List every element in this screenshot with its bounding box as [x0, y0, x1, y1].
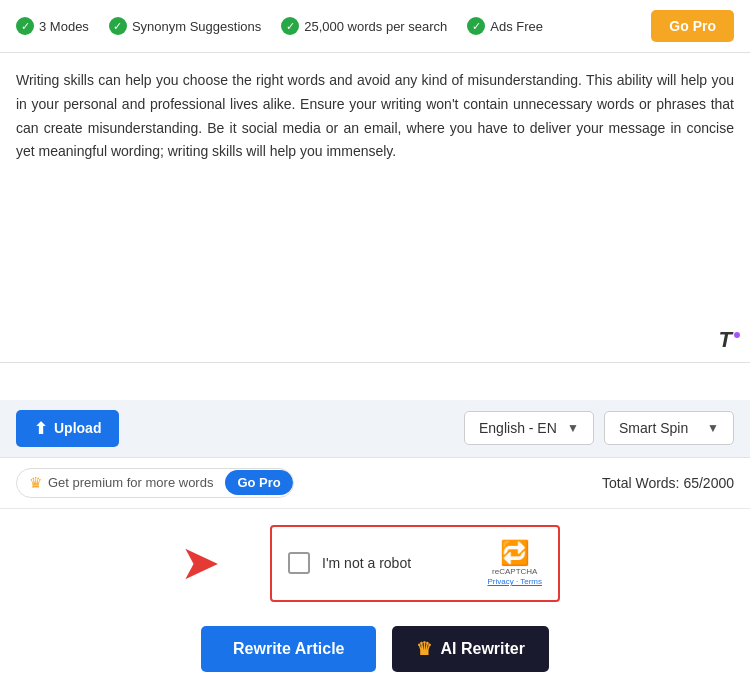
premium-row: ♛ Get premium for more words Go Pro Tota… [0, 458, 750, 509]
premium-text-area: ♛ Get premium for more words [17, 469, 225, 497]
red-arrow-icon: ➤ [180, 539, 220, 587]
toolbar-row: ⬆ Upload English - EN ▼ Smart Spin ▼ [0, 400, 750, 458]
premium-badge: ♛ Get premium for more words Go Pro [16, 468, 294, 498]
ai-rewriter-button[interactable]: ♛ AI Rewriter [392, 626, 548, 672]
arrow-container: ➤ [180, 539, 220, 587]
ai-rewriter-label: AI Rewriter [440, 640, 524, 658]
captcha-wrapper: ➤ I'm not a robot 🔁 reCAPTCHA Privacy · … [270, 525, 560, 602]
icon-dot [734, 332, 740, 338]
crown-icon: ♛ [29, 474, 42, 492]
captcha-section: ➤ I'm not a robot 🔁 reCAPTCHA Privacy · … [0, 509, 750, 612]
upload-icon: ⬆ [34, 419, 47, 438]
recaptcha-logo: 🔁 reCAPTCHA Privacy · Terms [487, 541, 542, 586]
language-label: English - EN [479, 420, 557, 436]
feature-modes-label: 3 Modes [39, 19, 89, 34]
check-icon-synonym: ✓ [109, 17, 127, 35]
total-words: Total Words: 65/2000 [602, 475, 734, 491]
go-pro-banner-button[interactable]: Go Pro [651, 10, 734, 42]
captcha-label: I'm not a robot [322, 555, 487, 571]
feature-words: ✓ 25,000 words per search [281, 17, 447, 35]
feature-synonym-label: Synonym Suggestions [132, 19, 261, 34]
main-area: Writing skills can help you choose the r… [0, 53, 750, 400]
recaptcha-icon: 🔁 [500, 541, 530, 565]
feature-words-label: 25,000 words per search [304, 19, 447, 34]
premium-text: Get premium for more words [48, 475, 213, 490]
top-banner: ✓ 3 Modes ✓ Synonym Suggestions ✓ 25,000… [0, 0, 750, 53]
language-dropdown[interactable]: English - EN ▼ [464, 411, 594, 445]
article-text: Writing skills can help you choose the r… [16, 69, 734, 164]
recaptcha-brand: reCAPTCHA [492, 567, 537, 577]
text-format-icon: T [719, 327, 740, 353]
text-area-wrapper: Writing skills can help you choose the r… [0, 53, 750, 363]
check-icon-modes: ✓ [16, 17, 34, 35]
recaptcha-links: Privacy · Terms [487, 577, 542, 586]
check-icon-words: ✓ [281, 17, 299, 35]
rewrite-article-button[interactable]: Rewrite Article [201, 626, 376, 672]
feature-ads: ✓ Ads Free [467, 17, 543, 35]
check-icon-ads: ✓ [467, 17, 485, 35]
go-pro-premium-button[interactable]: Go Pro [225, 470, 292, 495]
upload-button[interactable]: ⬆ Upload [16, 410, 119, 447]
action-buttons: Rewrite Article ♛ AI Rewriter [0, 612, 750, 692]
article-text-area[interactable]: Writing skills can help you choose the r… [0, 53, 750, 363]
mode-label: Smart Spin [619, 420, 688, 436]
captcha-checkbox[interactable] [288, 552, 310, 574]
ai-crown-icon: ♛ [416, 638, 432, 660]
upload-label: Upload [54, 420, 101, 436]
captcha-box: I'm not a robot 🔁 reCAPTCHA Privacy · Te… [270, 525, 560, 602]
language-chevron-icon: ▼ [567, 421, 579, 435]
feature-ads-label: Ads Free [490, 19, 543, 34]
feature-modes: ✓ 3 Modes [16, 17, 89, 35]
mode-dropdown[interactable]: Smart Spin ▼ [604, 411, 734, 445]
mode-chevron-icon: ▼ [707, 421, 719, 435]
feature-synonym: ✓ Synonym Suggestions [109, 17, 261, 35]
selects-group: English - EN ▼ Smart Spin ▼ [464, 411, 734, 445]
